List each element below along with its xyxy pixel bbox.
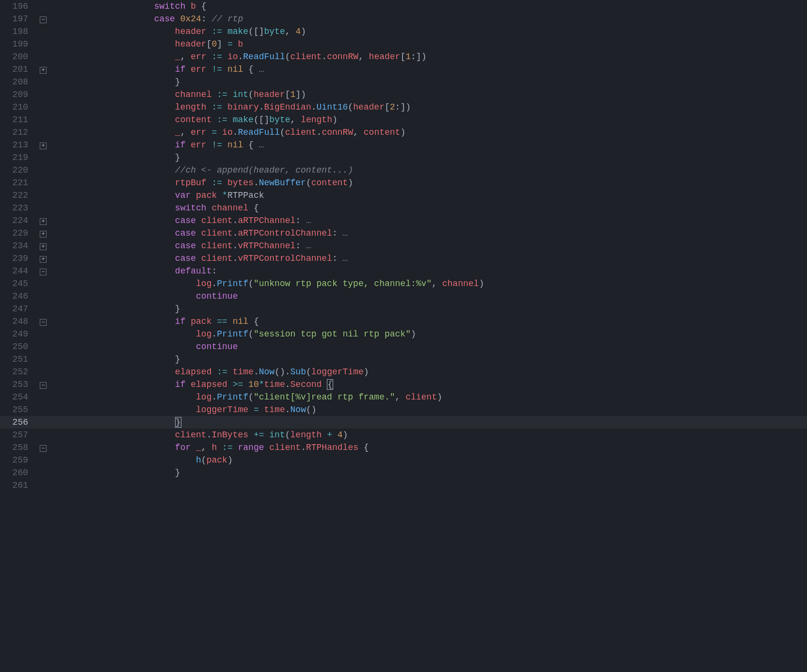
fold-expand-icon[interactable]: + (40, 231, 47, 238)
fold-expand-icon[interactable]: + (40, 256, 47, 263)
code-text[interactable]: } (91, 416, 181, 429)
code-text[interactable]: elapsed := time.Now().Sub(loggerTime) (91, 366, 369, 378)
code-line[interactable]: 199 header[0] = b (0, 38, 807, 50)
code-text[interactable]: if err != nil { … (91, 139, 264, 151)
code-line[interactable]: 239+ case client.vRTPControlChannel: … (0, 252, 807, 265)
code-line[interactable]: 234+ case client.vRTPChannel: … (0, 240, 807, 252)
code-line[interactable]: 229+ case client.aRTPControlChannel: … (0, 227, 807, 240)
line-number: 254 (0, 391, 39, 403)
code-text[interactable]: continue (91, 340, 238, 353)
code-text[interactable]: loggerTime = time.Now() (91, 403, 317, 416)
code-line[interactable]: 259 h(pack) (0, 454, 807, 466)
code-text[interactable]: } (91, 466, 180, 479)
code-text[interactable]: switch channel { (91, 202, 259, 214)
code-line[interactable]: 261 (0, 479, 807, 492)
code-line[interactable]: 221 rtpBuf := bytes.NewBuffer(content) (0, 176, 807, 189)
code-text[interactable]: } (91, 353, 180, 366)
line-number: 259 (0, 454, 39, 466)
code-text[interactable]: log.Printf("client[%v]read rtp frame.", … (91, 391, 442, 403)
code-line[interactable]: 212 _, err = io.ReadFull(client.connRW, … (0, 126, 807, 139)
code-text[interactable]: if elapsed >= 10*time.Second { (91, 378, 333, 391)
code-line[interactable]: 198 header := make([]byte, 4) (0, 25, 807, 38)
fold-expand-icon[interactable]: + (40, 243, 47, 250)
code-line[interactable]: 223 switch channel { (0, 202, 807, 214)
code-text[interactable]: channel := int(header[1]) (91, 88, 306, 101)
code-line[interactable]: 244− default: (0, 265, 807, 277)
code-text[interactable]: log.Printf("session tcp got nil rtp pack… (91, 328, 416, 340)
code-line[interactable]: 248− if pack == nil { (0, 315, 807, 328)
code-text[interactable]: } (91, 76, 180, 88)
fold-expand-icon[interactable]: + (40, 143, 47, 149)
code-text[interactable]: case client.vRTPChannel: … (91, 240, 311, 252)
code-line[interactable]: 201+ if err != nil { … (0, 63, 807, 76)
code-text[interactable]: length := binary.BigEndian.Uint16(header… (91, 101, 411, 113)
code-text[interactable]: case client.aRTPControlChannel: … (91, 227, 348, 240)
code-line[interactable]: 253− if elapsed >= 10*time.Second { (0, 378, 807, 391)
fold-collapse-icon[interactable]: − (40, 445, 47, 452)
code-line[interactable]: 211 content := make([]byte, length) (0, 113, 807, 126)
code-line[interactable]: 222 var pack *RTPPack (0, 189, 807, 202)
code-line[interactable]: 200 _, err := io.ReadFull(client.connRW,… (0, 50, 807, 63)
code-text[interactable]: _, err := io.ReadFull(client.connRW, hea… (91, 50, 426, 63)
code-line[interactable]: 197− case 0x24: // rtp (0, 13, 807, 25)
code-line[interactable]: 220 //ch <- append(header, content...) (0, 164, 807, 176)
code-text[interactable]: _, err = io.ReadFull(client.connRW, cont… (91, 126, 405, 139)
fold-gutter: − (40, 13, 50, 25)
line-number: 247 (0, 303, 39, 315)
code-text[interactable]: if err != nil { … (91, 63, 264, 76)
fold-collapse-icon[interactable]: − (40, 16, 47, 23)
code-line[interactable]: 208 } (0, 76, 807, 88)
code-line[interactable]: 209 channel := int(header[1]) (0, 88, 807, 101)
line-number: 197 (0, 13, 39, 25)
code-text[interactable] (91, 479, 154, 492)
code-line[interactable]: 219 } (0, 151, 807, 164)
code-text[interactable]: } (91, 151, 180, 164)
code-line[interactable]: 255 loggerTime = time.Now() (0, 403, 807, 416)
code-text[interactable]: content := make([]byte, length) (91, 113, 338, 126)
code-text[interactable]: h(pack) (91, 454, 233, 466)
code-line[interactable]: 257 client.InBytes += int(length + 4) (0, 429, 807, 441)
code-line[interactable]: 250 continue (0, 340, 807, 353)
code-text[interactable]: client.InBytes += int(length + 4) (91, 429, 348, 441)
code-text[interactable]: switch b { (91, 0, 207, 13)
code-text[interactable]: if pack == nil { (91, 315, 259, 328)
code-text[interactable]: case 0x24: // rtp (91, 13, 243, 25)
fold-gutter: − (40, 378, 50, 391)
code-line[interactable]: 251 } (0, 353, 807, 366)
code-text[interactable]: case client.vRTPControlChannel: … (91, 252, 348, 265)
fold-expand-icon[interactable]: + (40, 218, 47, 225)
code-line[interactable]: 260 } (0, 466, 807, 479)
fold-collapse-icon[interactable]: − (40, 269, 47, 275)
code-line[interactable]: 213+ if err != nil { … (0, 139, 807, 151)
code-text[interactable]: continue (91, 290, 238, 303)
fold-gutter: − (40, 441, 50, 454)
code-line[interactable]: 258− for _, h := range client.RTPHandles… (0, 441, 807, 454)
code-line[interactable]: 210 length := binary.BigEndian.Uint16(he… (0, 101, 807, 113)
code-text[interactable]: header := make([]byte, 4) (91, 25, 306, 38)
line-number: 245 (0, 277, 39, 290)
code-line[interactable]: 256 } (0, 416, 807, 429)
code-text[interactable]: case client.aRTPChannel: … (91, 214, 311, 227)
code-editor[interactable]: 196 switch b {197− case 0x24: // rtp198 … (0, 0, 807, 672)
line-number: 199 (0, 38, 39, 50)
code-text[interactable]: rtpBuf := bytes.NewBuffer(content) (91, 176, 353, 189)
code-line[interactable]: 224+ case client.aRTPChannel: … (0, 214, 807, 227)
code-text[interactable]: } (91, 303, 180, 315)
code-text[interactable]: for _, h := range client.RTPHandles { (91, 441, 369, 454)
code-line[interactable]: 246 continue (0, 290, 807, 303)
code-line[interactable]: 247 } (0, 303, 807, 315)
line-number: 219 (0, 151, 39, 164)
code-line[interactable]: 252 elapsed := time.Now().Sub(loggerTime… (0, 366, 807, 378)
code-line[interactable]: 245 log.Printf("unknow rtp pack type, ch… (0, 277, 807, 290)
code-line[interactable]: 254 log.Printf("client[%v]read rtp frame… (0, 391, 807, 403)
code-text[interactable]: var pack *RTPPack (91, 189, 264, 202)
code-text[interactable]: //ch <- append(header, content...) (91, 164, 353, 176)
code-line[interactable]: 196 switch b { (0, 0, 807, 13)
code-text[interactable]: default: (91, 265, 217, 277)
code-text[interactable]: header[0] = b (91, 38, 243, 50)
code-line[interactable]: 249 log.Printf("session tcp got nil rtp … (0, 328, 807, 340)
fold-collapse-icon[interactable]: − (40, 319, 47, 326)
fold-expand-icon[interactable]: + (40, 67, 47, 74)
code-text[interactable]: log.Printf("unknow rtp pack type, channe… (91, 277, 484, 290)
fold-collapse-icon[interactable]: − (40, 382, 47, 389)
